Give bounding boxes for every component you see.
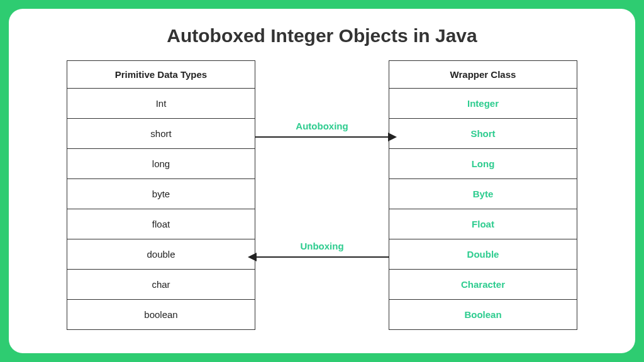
wrapper-cell: Long [389,149,577,179]
wrapper-cell: Float [389,209,577,239]
primitive-cell: Int [67,89,255,119]
wrapper-cell: Short [389,119,577,149]
primitive-cell: char [67,270,255,300]
autoboxing-label: Autoboxing [296,121,348,131]
primitive-cell: float [67,209,255,239]
primitive-cell: boolean [67,300,255,330]
wrapper-class-table: Wrapper Class Integer Short Long Byte Fl… [389,60,577,330]
unboxing-label: Unboxing [300,241,343,251]
arrow-left-icon [248,253,257,261]
wrapper-cell: Boolean [389,300,577,330]
diagram-card: Autoboxed Integer Objects in Java Primit… [9,9,635,353]
primitive-cell: long [67,149,255,179]
wrapper-cell: Character [389,270,577,300]
page-title: Autoboxed Integer Objects in Java [9,25,635,47]
autoboxing-arrow-line [255,136,389,138]
wrapper-class-header: Wrapper Class [389,61,577,89]
wrapper-cell: Double [389,239,577,270]
primitive-cell: double [67,239,255,270]
primitive-cell: byte [67,179,255,209]
unboxing-arrow-line [255,256,389,258]
wrapper-cell: Integer [389,89,577,119]
wrapper-cell: Byte [389,179,577,209]
primitive-types-header: Primitive Data Types [67,61,255,89]
primitive-types-table: Primitive Data Types Int short long byte… [67,60,255,330]
arrow-right-icon [388,133,397,141]
primitive-cell: short [67,119,255,149]
